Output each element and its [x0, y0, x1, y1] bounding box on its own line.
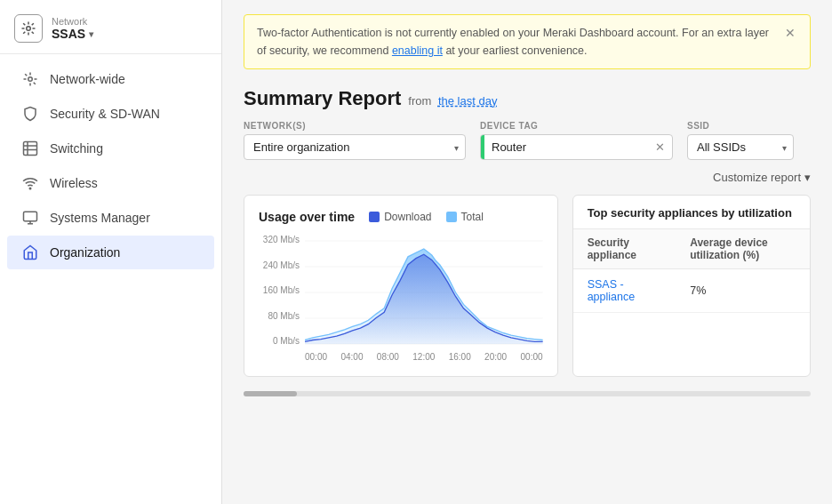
- sidebar-item-security[interactable]: Security & SD-WAN: [7, 97, 214, 131]
- device-tag-label: DEVICE TAG: [480, 121, 673, 131]
- horizontal-scrollbar[interactable]: [244, 391, 811, 396]
- alert-message-before: Two-factor Authentication is not current…: [257, 27, 699, 39]
- networks-label: NETWORK(S): [244, 121, 466, 131]
- ssid-select[interactable]: All SSIDs: [687, 134, 794, 160]
- x-label-0800: 08:00: [377, 352, 399, 362]
- svg-point-6: [29, 188, 31, 189]
- x-label-2000: 20:00: [484, 352, 507, 362]
- y-label-80: 80 Mb/s: [259, 311, 300, 321]
- legend-total-dot: [446, 212, 457, 222]
- y-label-320: 320 Mb/s: [259, 235, 300, 244]
- filters-row: NETWORK(S) Entire organization SSAS ▾ DE…: [222, 121, 832, 171]
- x-label-1200: 12:00: [412, 352, 435, 362]
- network-wide-icon: [21, 71, 39, 87]
- table-row: SSAS - appliance 7%: [573, 269, 810, 313]
- network-label: Network: [52, 16, 93, 27]
- ssid-filter: SSID All SSIDs ▾: [687, 121, 794, 160]
- device-tag-clear-button[interactable]: ✕: [648, 137, 672, 157]
- sidebar-item-wireless-label: Wireless: [50, 176, 98, 190]
- y-label-0: 0 Mb/s: [259, 336, 300, 346]
- sidebar-item-network-wide[interactable]: Network-wide: [7, 62, 214, 96]
- svg-point-1: [28, 77, 33, 82]
- x-label-1600: 16:00: [449, 352, 471, 362]
- chart-title: Usage over time: [259, 210, 355, 224]
- scrollbar-thumb: [244, 391, 297, 396]
- x-label-0400: 04:00: [340, 352, 363, 362]
- alert-message-after: at your earliest convenience.: [445, 44, 587, 57]
- organization-icon: [21, 244, 39, 260]
- networks-select[interactable]: Entire organization SSAS: [244, 134, 466, 160]
- network-name[interactable]: SSAS ▾: [52, 27, 93, 41]
- page-subtitle: from the last day: [408, 94, 497, 108]
- legend-download-dot: [369, 212, 380, 222]
- sidebar-item-organization-label: Organization: [50, 245, 120, 260]
- page-header: Summary Report from the last day: [222, 69, 832, 121]
- device-tag-input-wrapper: ✕: [480, 134, 673, 160]
- security-icon: [21, 106, 39, 122]
- customize-chevron-icon: ▾: [804, 171, 811, 184]
- legend-total-label: Total: [461, 211, 484, 223]
- alert-banner: Two-factor Authentication is not current…: [244, 14, 811, 69]
- chart-x-axis: 00:00 04:00 08:00 12:00 16:00 20:00 00:0…: [305, 350, 543, 362]
- utilization-cell: 7%: [676, 269, 810, 313]
- sidebar-header: Network SSAS ▾: [0, 0, 221, 54]
- customize-row: Customize report ▾: [222, 171, 832, 195]
- main-content: Two-factor Authentication is not current…: [222, 0, 832, 504]
- sidebar: Network SSAS ▾ Network-wide Security & S…: [0, 0, 222, 504]
- svg-rect-2: [24, 142, 37, 156]
- customize-report-button[interactable]: Customize report ▾: [713, 171, 811, 184]
- network-icon: [14, 14, 43, 43]
- security-table-card: Top security appliances by utilization S…: [572, 195, 811, 377]
- chart-header: Usage over time Download Total: [259, 210, 543, 224]
- sidebar-item-systems-manager[interactable]: Systems Manager: [7, 201, 214, 235]
- sidebar-item-wireless[interactable]: Wireless: [7, 166, 214, 200]
- usage-chart-card: Usage over time Download Total 320 Mb/s …: [244, 195, 558, 377]
- sidebar-item-switching-label: Switching: [50, 141, 103, 156]
- y-label-240: 240 Mb/s: [259, 260, 300, 270]
- svg-rect-7: [24, 212, 37, 221]
- alert-enabling-link[interactable]: enabling it: [392, 44, 443, 57]
- device-tag-filter: DEVICE TAG ✕: [480, 121, 673, 160]
- ssid-select-wrapper: All SSIDs ▾: [687, 134, 794, 160]
- page-title: Summary Report: [244, 87, 401, 110]
- alert-close-button[interactable]: ✕: [783, 24, 797, 43]
- col-header-appliance: Security appliance: [573, 229, 676, 269]
- chart-svg: [305, 235, 543, 350]
- ssid-label: SSID: [687, 121, 794, 131]
- security-table: Security appliance Average device utiliz…: [573, 229, 810, 313]
- appliance-link[interactable]: SSAS - appliance: [588, 278, 636, 303]
- networks-select-wrapper: Entire organization SSAS ▾: [244, 134, 466, 160]
- device-tag-input[interactable]: [484, 135, 648, 159]
- y-label-160: 160 Mb/s: [259, 285, 300, 295]
- x-label-0000b: 00:00: [521, 352, 543, 362]
- col-header-utilization: Average device utilization (%): [676, 229, 810, 269]
- sidebar-item-organization[interactable]: Organization: [7, 236, 214, 269]
- switching-icon: [21, 140, 39, 156]
- legend-download-label: Download: [384, 211, 431, 223]
- sidebar-item-network-wide-label: Network-wide: [50, 72, 125, 86]
- appliance-name-cell: SSAS - appliance: [573, 269, 676, 313]
- security-table-title: Top security appliances by utilization: [573, 196, 810, 229]
- legend-total: Total: [446, 211, 484, 223]
- customize-report-label: Customize report: [713, 171, 801, 184]
- chart-y-axis: 320 Mb/s 240 Mb/s 160 Mb/s 80 Mb/s 0 Mb/…: [259, 235, 305, 362]
- chart-area: 320 Mb/s 240 Mb/s 160 Mb/s 80 Mb/s 0 Mb/…: [259, 235, 543, 362]
- sidebar-item-switching[interactable]: Switching: [7, 132, 214, 165]
- alert-text: Two-factor Authentication is not current…: [257, 24, 776, 60]
- content-row: Usage over time Download Total 320 Mb/s …: [222, 195, 832, 391]
- network-chevron-icon: ▾: [89, 29, 93, 39]
- sidebar-item-security-label: Security & SD-WAN: [50, 107, 160, 121]
- legend-download: Download: [369, 211, 431, 223]
- networks-filter: NETWORK(S) Entire organization SSAS ▾: [244, 121, 466, 160]
- systems-manager-icon: [21, 210, 39, 226]
- from-text: from: [408, 94, 431, 108]
- x-label-0000a: 00:00: [305, 352, 327, 362]
- sidebar-nav: Network-wide Security & SD-WAN Switching…: [0, 54, 221, 504]
- wireless-icon: [21, 175, 39, 191]
- sidebar-header-text: Network SSAS ▾: [52, 16, 93, 41]
- sidebar-item-systems-manager-label: Systems Manager: [50, 211, 150, 225]
- date-range-link[interactable]: the last day: [438, 94, 498, 108]
- svg-point-0: [27, 27, 31, 31]
- chart-plot: 00:00 04:00 08:00 12:00 16:00 20:00 00:0…: [305, 235, 543, 362]
